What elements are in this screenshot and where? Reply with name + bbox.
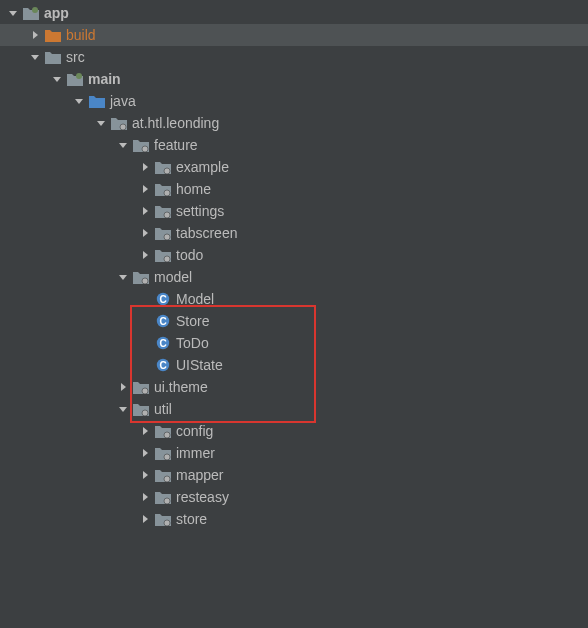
tree-node-label: at.htl.leonding bbox=[132, 112, 219, 134]
package-icon bbox=[154, 203, 172, 219]
node-app[interactable]: app bbox=[0, 2, 588, 24]
svg-text:C: C bbox=[159, 316, 166, 327]
tree-node-label: main bbox=[88, 68, 121, 90]
node-resteasy[interactable]: resteasy bbox=[0, 486, 588, 508]
chevron-down-icon[interactable] bbox=[28, 50, 42, 64]
module-icon bbox=[22, 5, 40, 21]
svg-point-1 bbox=[76, 73, 82, 79]
svg-point-24 bbox=[164, 520, 170, 526]
package-icon bbox=[154, 423, 172, 439]
chevron-right-icon[interactable] bbox=[116, 380, 130, 394]
node-util[interactable]: util bbox=[0, 398, 588, 420]
node-config[interactable]: config bbox=[0, 420, 588, 442]
tree-node-label: Store bbox=[176, 310, 209, 332]
node-model-class[interactable]: CModel bbox=[0, 288, 588, 310]
chevron-right-icon[interactable] bbox=[138, 204, 152, 218]
tree-node-label: config bbox=[176, 420, 213, 442]
tree-node-label: ui.theme bbox=[154, 376, 208, 398]
node-store-pkg[interactable]: store bbox=[0, 508, 588, 530]
node-model[interactable]: model bbox=[0, 266, 588, 288]
tree-node-label: UIState bbox=[176, 354, 223, 376]
package-icon bbox=[110, 115, 128, 131]
node-mapper[interactable]: mapper bbox=[0, 464, 588, 486]
project-tree[interactable]: appbuildsrcmainjavaat.htl.leondingfeatur… bbox=[0, 0, 588, 530]
folder-icon bbox=[44, 49, 62, 65]
chevron-down-icon[interactable] bbox=[116, 270, 130, 284]
chevron-down-icon[interactable] bbox=[116, 402, 130, 416]
node-store-class[interactable]: CStore bbox=[0, 310, 588, 332]
class-icon: C bbox=[154, 357, 172, 373]
class-icon: C bbox=[154, 313, 172, 329]
svg-point-20 bbox=[164, 432, 170, 438]
tree-node-label: store bbox=[176, 508, 207, 530]
chevron-right-icon[interactable] bbox=[28, 28, 42, 42]
chevron-right-icon[interactable] bbox=[138, 490, 152, 504]
package-icon bbox=[154, 159, 172, 175]
chevron-right-icon[interactable] bbox=[138, 248, 152, 262]
svg-point-23 bbox=[164, 498, 170, 504]
chevron-right-icon[interactable] bbox=[138, 424, 152, 438]
svg-point-4 bbox=[164, 168, 170, 174]
node-feature[interactable]: feature bbox=[0, 134, 588, 156]
tree-node-label: resteasy bbox=[176, 486, 229, 508]
svg-point-7 bbox=[164, 234, 170, 240]
chevron-right-icon[interactable] bbox=[138, 468, 152, 482]
svg-text:C: C bbox=[159, 360, 166, 371]
node-todo-class[interactable]: CToDo bbox=[0, 332, 588, 354]
node-home[interactable]: home bbox=[0, 178, 588, 200]
node-todo[interactable]: todo bbox=[0, 244, 588, 266]
tree-node-label: util bbox=[154, 398, 172, 420]
chevron-right-icon[interactable] bbox=[138, 182, 152, 196]
node-main[interactable]: main bbox=[0, 68, 588, 90]
tree-node-label: model bbox=[154, 266, 192, 288]
package-icon bbox=[132, 401, 150, 417]
tree-node-label: immer bbox=[176, 442, 215, 464]
node-build[interactable]: build bbox=[0, 24, 588, 46]
tree-node-label: ToDo bbox=[176, 332, 209, 354]
chevron-down-icon[interactable] bbox=[50, 72, 64, 86]
node-src[interactable]: src bbox=[0, 46, 588, 68]
chevron-down-icon[interactable] bbox=[72, 94, 86, 108]
svg-point-2 bbox=[120, 124, 126, 130]
svg-point-19 bbox=[142, 410, 148, 416]
package-icon bbox=[154, 247, 172, 263]
chevron-down-icon[interactable] bbox=[6, 6, 20, 20]
chevron-right-icon[interactable] bbox=[138, 446, 152, 460]
tree-node-label: settings bbox=[176, 200, 224, 222]
arrow-spacer bbox=[138, 358, 152, 372]
package-icon bbox=[132, 379, 150, 395]
package-icon bbox=[154, 511, 172, 527]
tree-node-label: todo bbox=[176, 244, 203, 266]
node-tabscreen[interactable]: tabscreen bbox=[0, 222, 588, 244]
tree-node-label: tabscreen bbox=[176, 222, 237, 244]
tree-node-label: java bbox=[110, 90, 136, 112]
arrow-spacer bbox=[138, 292, 152, 306]
node-at-htl-leonding[interactable]: at.htl.leonding bbox=[0, 112, 588, 134]
svg-point-22 bbox=[164, 476, 170, 482]
class-icon: C bbox=[154, 335, 172, 351]
package-icon bbox=[132, 269, 150, 285]
chevron-down-icon[interactable] bbox=[94, 116, 108, 130]
chevron-right-icon[interactable] bbox=[138, 512, 152, 526]
tree-node-label: feature bbox=[154, 134, 198, 156]
tree-node-label: app bbox=[44, 2, 69, 24]
node-uistate-class[interactable]: CUIState bbox=[0, 354, 588, 376]
tree-node-label: home bbox=[176, 178, 211, 200]
svg-point-5 bbox=[164, 190, 170, 196]
tree-node-label: build bbox=[66, 24, 96, 46]
tree-node-label: example bbox=[176, 156, 229, 178]
tree-node-label: src bbox=[66, 46, 85, 68]
svg-point-18 bbox=[142, 388, 148, 394]
node-java[interactable]: java bbox=[0, 90, 588, 112]
node-settings[interactable]: settings bbox=[0, 200, 588, 222]
chevron-down-icon[interactable] bbox=[116, 138, 130, 152]
chevron-right-icon[interactable] bbox=[138, 226, 152, 240]
node-example[interactable]: example bbox=[0, 156, 588, 178]
svg-point-9 bbox=[142, 278, 148, 284]
node-immer[interactable]: immer bbox=[0, 442, 588, 464]
svg-point-3 bbox=[142, 146, 148, 152]
chevron-right-icon[interactable] bbox=[138, 160, 152, 174]
package-icon bbox=[154, 489, 172, 505]
arrow-spacer bbox=[138, 336, 152, 350]
node-ui-theme[interactable]: ui.theme bbox=[0, 376, 588, 398]
